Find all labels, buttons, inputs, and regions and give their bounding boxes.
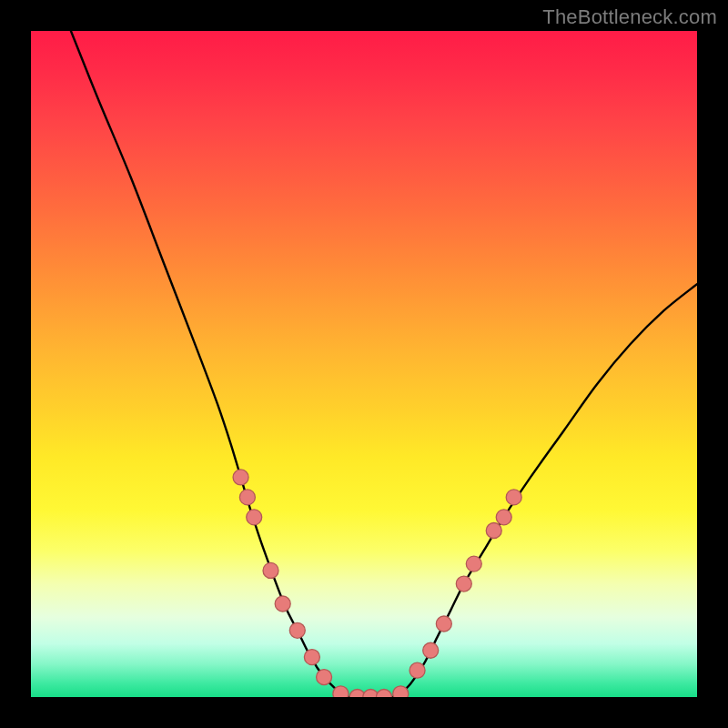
bead-marker bbox=[393, 686, 409, 697]
curve-layer bbox=[31, 31, 697, 697]
bead-marker bbox=[317, 670, 332, 685]
watermark-text: TheBottleneck.com bbox=[542, 5, 717, 29]
bead-marker bbox=[423, 642, 439, 658]
bead-marker bbox=[233, 470, 248, 485]
bead-marker bbox=[506, 490, 521, 505]
bead-marker bbox=[239, 490, 255, 505]
bead-marker bbox=[263, 562, 278, 578]
bead-marker bbox=[376, 690, 391, 698]
bead-marker bbox=[275, 596, 290, 612]
bead-marker bbox=[304, 650, 319, 665]
bead-marker bbox=[333, 686, 349, 697]
chart-stage: TheBottleneck.com bbox=[0, 0, 728, 728]
bead-marker bbox=[496, 510, 511, 525]
left-curve bbox=[71, 31, 344, 697]
bead-marker bbox=[486, 523, 501, 539]
bead-marker bbox=[456, 576, 471, 592]
bead-marker bbox=[247, 510, 262, 525]
bead-marker bbox=[410, 662, 425, 678]
bead-marker bbox=[436, 616, 451, 632]
bead-marker bbox=[466, 556, 481, 571]
plot-area bbox=[31, 31, 697, 697]
bead-marker bbox=[289, 622, 305, 638]
right-curve bbox=[398, 284, 697, 697]
